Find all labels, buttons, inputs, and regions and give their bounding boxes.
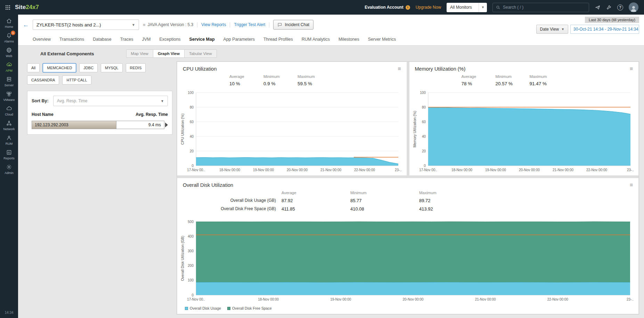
cell-value: 410.08 — [350, 206, 419, 212]
apm-cloud-icon — [6, 62, 12, 68]
resp-time-column: Avg. Resp. Time — [136, 112, 168, 117]
tab-rum-analytics[interactable]: RUM Analytics — [302, 37, 330, 42]
legend-item[interactable]: Overall Disk Free Space — [227, 306, 272, 310]
global-search — [492, 3, 589, 12]
cell-value: 85.77 — [350, 198, 419, 203]
legend-item[interactable]: Overall Disk Usage — [185, 306, 221, 310]
tab-database[interactable]: Database — [93, 37, 112, 42]
tab-exceptions[interactable]: Exceptions — [159, 37, 180, 42]
component-filter-panel: All MEMCACHED JDBC MYSQL REDIS CASSANDRA… — [27, 61, 172, 315]
filter-mysql[interactable]: MYSQL — [101, 63, 123, 72]
sidebar-item-home[interactable]: Home — [0, 16, 18, 30]
chevron-right-icon[interactable] — [165, 122, 168, 127]
monitor-dropdown[interactable]: ZYLKER-TEST(2 hosts and 2...) ▼ — [33, 19, 139, 30]
page-header-right: Last 30 days (till yesterday) Date View▼… — [536, 17, 639, 34]
svg-text:22-Nov 00:00: 22-Nov 00:00 — [354, 168, 375, 172]
sidebar-item-label: APM — [6, 69, 13, 72]
avatar[interactable] — [629, 2, 638, 12]
tab-overview[interactable]: Overview — [33, 37, 51, 42]
column-minimum: Minimum — [350, 191, 419, 195]
server-icon — [6, 76, 12, 82]
filter-redis[interactable]: REDIS — [126, 63, 146, 72]
stat-label: Maximum — [530, 74, 559, 79]
legend-swatch — [227, 307, 230, 310]
info-icon[interactable]: i — [406, 5, 410, 10]
tools-icon[interactable] — [606, 5, 612, 10]
cell-value: 411.85 — [282, 206, 350, 212]
svg-text:300: 300 — [188, 249, 194, 253]
svg-text:20-Nov 00:00: 20-Nov 00:00 — [287, 168, 308, 172]
tab-app-parameters[interactable]: App Parameters — [223, 37, 255, 42]
tab-transactions[interactable]: Transactions — [59, 37, 84, 42]
sidebar-item-cloud[interactable]: Cloud — [0, 103, 18, 118]
tab-jvm[interactable]: JVM — [142, 37, 150, 42]
upgrade-now-link[interactable]: Upgrade Now — [416, 5, 441, 10]
graph-view-button[interactable]: Graph View — [153, 50, 184, 57]
vmware-icon — [6, 91, 12, 97]
sort-by-label: Sort By: — [32, 98, 49, 103]
filter-memcached[interactable]: MEMCACHED — [43, 63, 76, 72]
trigger-test-alert-link[interactable]: Trigger Test Alert — [234, 22, 265, 27]
chart-menu-icon[interactable]: ≡ — [398, 66, 401, 72]
memory-stats: Average78 % Minimum20.57 % Maximum91.47 … — [462, 74, 639, 86]
svg-text:23-..: 23-.. — [627, 168, 634, 172]
view-reports-link[interactable]: View Reports — [201, 22, 226, 27]
site24x7-logo[interactable]: Site24x7 — [15, 4, 39, 11]
reports-icon — [6, 149, 12, 156]
chevron-down-icon: ▼ — [161, 99, 164, 103]
filter-all[interactable]: All — [27, 63, 40, 72]
incident-chat-button[interactable]: Incident Chat — [273, 20, 313, 30]
map-view-button[interactable]: Map View — [127, 50, 153, 57]
host-response-bar[interactable]: 192.123.292.2003 9.4 ms — [32, 121, 164, 129]
sidebar-item-admin[interactable]: Admin — [0, 162, 18, 176]
sidebar-item-vmware[interactable]: VMware — [0, 89, 18, 103]
sidebar-item-server[interactable]: Server — [0, 74, 18, 89]
stat-label: Maximum — [297, 74, 327, 79]
apps-grid-icon[interactable] — [6, 5, 11, 10]
stat-label: Average — [229, 74, 259, 79]
sidebar-item-web[interactable]: Web — [0, 45, 18, 59]
announcement-icon[interactable] — [595, 5, 601, 10]
chart-menu-icon[interactable]: ≡ — [630, 66, 633, 72]
tab-server-metrics[interactable]: Server Metrics — [368, 37, 396, 42]
tab-service-map[interactable]: Service Map — [189, 37, 215, 42]
stat-label: Minimum — [496, 74, 525, 79]
sort-row: Sort By: Avg. Resp. Time ▼ — [32, 96, 168, 106]
back-arrow-icon[interactable]: ← — [23, 22, 29, 28]
sort-by-dropdown[interactable]: Avg. Resp. Time ▼ — [53, 96, 168, 106]
sidebar-item-network[interactable]: Network — [0, 118, 18, 133]
tab-thread-profiles[interactable]: Thread Profiles — [263, 37, 293, 42]
help-icon[interactable]: ? — [617, 5, 623, 10]
all-monitors-dropdown[interactable]: All Monitors ▼ — [447, 3, 487, 12]
host-table-header: Host Name Avg. Resp. Time — [32, 112, 168, 117]
sidebar-item-label: Alarms — [4, 40, 14, 43]
chart-menu-icon[interactable]: ≡ — [630, 182, 633, 188]
sidebar-item-apm[interactable]: APM — [0, 59, 18, 74]
tab-milestones[interactable]: Milestones — [339, 37, 359, 42]
tabular-view-button[interactable]: Tabular View — [184, 50, 217, 57]
card-header: Memory Utilization (%) ≡ — [409, 62, 639, 74]
search-input[interactable] — [503, 5, 586, 10]
sidebar-item-rum[interactable]: RUM — [0, 133, 18, 147]
svg-text:23-..: 23-.. — [627, 297, 634, 301]
date-range-summary: Last 30 days (till yesterday) — [585, 17, 639, 23]
gear-icon — [6, 164, 12, 170]
filter-cassandra[interactable]: CASSANDRA — [27, 75, 59, 85]
chevron-down-icon: ▼ — [132, 23, 135, 27]
svg-text:40: 40 — [422, 135, 426, 138]
date-view-button[interactable]: Date View▼ — [536, 25, 568, 34]
date-view-label: Date View — [540, 27, 559, 32]
card-title: Memory Utilization (%) — [415, 66, 466, 72]
filter-http-call[interactable]: HTTP CALL — [62, 75, 91, 85]
rum-icon — [6, 135, 12, 141]
home-icon — [6, 18, 12, 24]
resp-time-value: 9.4 ms — [148, 122, 164, 127]
filter-jdbc[interactable]: JDBC — [79, 63, 98, 72]
svg-text:19-Nov 00:00: 19-Nov 00:00 — [330, 297, 351, 301]
tab-traces[interactable]: Traces — [120, 37, 133, 42]
sidebar-item-reports[interactable]: Reports — [0, 147, 18, 162]
sidebar-item-alarms[interactable]: 1 Alarms — [0, 30, 18, 45]
date-range-picker[interactable]: 30-Oct-21 14:34 - 29-Nov-21 14:34 — [570, 25, 639, 34]
chevron-down-icon: ▼ — [561, 27, 564, 31]
stat-minimum: Minimum20.57 % — [496, 74, 530, 86]
